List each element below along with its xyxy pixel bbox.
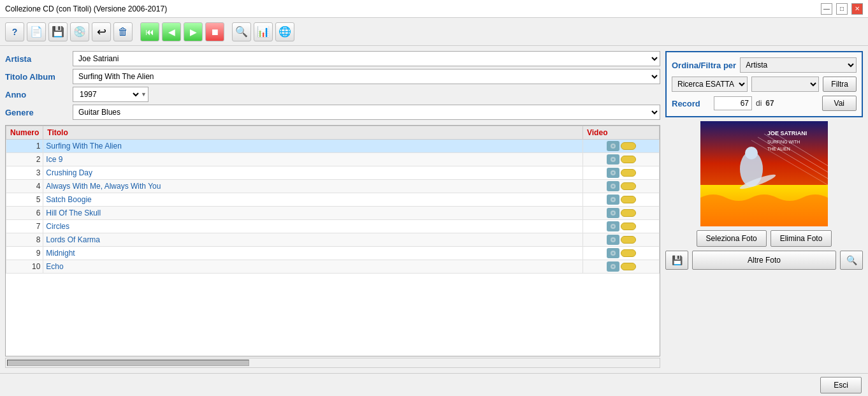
seleziona-foto-button[interactable]: Seleziona Foto — [697, 230, 767, 247]
anno-dropdown-icon: ▼ — [141, 91, 147, 98]
cd-icon[interactable] — [607, 248, 619, 258]
scrollbar-thumb[interactable] — [7, 360, 249, 366]
cd-icon[interactable] — [607, 141, 619, 151]
anno-select[interactable]: 1997 — [77, 89, 141, 99]
new-button[interactable]: 📄 — [27, 22, 46, 41]
track-title: Surfing With The Alien — [43, 140, 583, 153]
track-video — [583, 247, 660, 260]
pill-icon[interactable] — [621, 223, 636, 230]
form-area: Artista Joe Satriani Titolo Album Surfin… — [5, 51, 660, 120]
svg-point-14 — [612, 199, 614, 201]
cd-icon[interactable] — [607, 194, 619, 205]
web-button[interactable]: 🌐 — [275, 22, 294, 41]
anno-label: Anno — [5, 90, 69, 99]
filtra-button[interactable]: Filtra — [823, 77, 857, 92]
table-row[interactable]: 8Lords Of Karma — [6, 233, 660, 247]
video-icons — [586, 208, 656, 218]
titolo-select[interactable]: Surfing With The Alien — [73, 69, 660, 84]
pill-icon[interactable] — [621, 249, 636, 257]
ordina-select[interactable]: Artista — [740, 57, 857, 73]
nav-last-button[interactable]: ⏹ — [205, 22, 224, 41]
svg-point-23 — [612, 239, 614, 241]
close-button[interactable]: ✕ — [851, 3, 863, 15]
table-row[interactable]: 2Ice 9 — [6, 153, 660, 166]
pill-icon[interactable] — [621, 142, 636, 150]
search-button[interactable]: 🔍 — [232, 22, 251, 41]
table-row[interactable]: 6Hill Of The Skull — [6, 207, 660, 220]
vai-button[interactable]: Vai — [822, 96, 857, 111]
track-number: 7 — [6, 220, 43, 233]
cd-icon[interactable] — [607, 235, 619, 245]
nav-prev-button[interactable]: ◀ — [162, 22, 181, 41]
track-title: Satch Boogie — [43, 193, 583, 207]
cd-icon[interactable] — [607, 261, 619, 272]
save-button[interactable]: 💾 — [48, 22, 68, 41]
genere-select[interactable]: Guitar Blues — [73, 105, 660, 120]
horizontal-scrollbar[interactable] — [5, 358, 660, 368]
video-icons — [586, 221, 656, 231]
pill-icon[interactable] — [621, 156, 636, 163]
bottom-bar: Esci — [0, 373, 868, 396]
disk-icon-button[interactable]: 💾 — [665, 251, 688, 270]
help-button[interactable]: ? — [5, 22, 24, 41]
svg-text:SURFING WITH: SURFING WITH — [767, 140, 800, 144]
pill-icon[interactable] — [621, 196, 636, 203]
track-title: Circles — [43, 220, 583, 233]
track-video — [583, 166, 660, 180]
table-row[interactable]: 1Surfing With The Alien — [6, 140, 660, 153]
track-number: 9 — [6, 247, 43, 260]
record-input[interactable] — [714, 96, 752, 110]
artista-select[interactable]: Joe Satriani — [73, 51, 660, 66]
track-title: Crushing Day — [43, 166, 583, 180]
table-row[interactable]: 9Midnight — [6, 247, 660, 260]
minimize-button[interactable]: — — [821, 3, 832, 15]
record-row: Record di 67 Vai — [672, 96, 857, 111]
esci-button[interactable]: Esci — [820, 377, 862, 393]
table-row[interactable]: 7Circles — [6, 220, 660, 233]
altre-foto-button[interactable]: Altre Foto — [692, 251, 836, 270]
disk-icon: 💾 — [672, 255, 683, 265]
maximize-button[interactable]: □ — [836, 3, 848, 15]
export-button[interactable]: 📊 — [254, 22, 273, 41]
filter-box: Ordina/Filtra per Artista Ricerca ESATTA… — [665, 51, 863, 117]
search-photo-icon: 🔍 — [846, 255, 857, 265]
titlebar: Collezione CD (con Titoli) (Versione 200… — [0, 0, 868, 18]
cd-icon[interactable] — [607, 154, 619, 165]
table-row[interactable]: 5Satch Boogie — [6, 193, 660, 207]
cd-icon[interactable] — [607, 221, 619, 231]
undo-icon: ↩ — [97, 25, 106, 39]
elimina-foto-button[interactable]: Elimina Foto — [770, 230, 832, 247]
di-label: di — [756, 99, 762, 108]
pill-icon[interactable] — [621, 209, 636, 217]
table-header-row: Numero Titolo Video — [6, 126, 660, 140]
undo-button[interactable]: ↩ — [92, 22, 111, 41]
search-photo-button[interactable]: 🔍 — [840, 251, 863, 270]
pill-icon[interactable] — [621, 182, 636, 190]
track-video — [583, 220, 660, 233]
nav-first-button[interactable]: ⏮ — [140, 22, 159, 41]
table-row[interactable]: 10Echo — [6, 260, 660, 274]
nav-next-button[interactable]: ▶ — [184, 22, 203, 41]
video-icons — [586, 248, 656, 258]
table-row[interactable]: 4Always With Me, Always With You — [6, 180, 660, 193]
genere-label: Genere — [5, 108, 69, 117]
track-number: 10 — [6, 260, 43, 274]
ricerca-select[interactable]: Ricerca ESATTA — [672, 77, 748, 92]
cd-icon[interactable] — [607, 208, 619, 218]
filter-value-select[interactable] — [751, 77, 819, 92]
track-number: 3 — [6, 166, 43, 180]
cd-icon[interactable] — [607, 181, 619, 191]
col-video: Video — [583, 126, 660, 140]
pill-icon[interactable] — [621, 169, 636, 177]
track-table-wrapper[interactable]: Numero Titolo Video 1Surfing With The Al… — [5, 125, 660, 356]
track-title: Always With Me, Always With You — [43, 180, 583, 193]
pill-icon[interactable] — [621, 263, 636, 270]
toolbar: ? 📄 💾 💿 ↩ 🗑 ⏮ ◀ ▶ ⏹ 🔍 📊 🌐 — [0, 18, 868, 46]
delete-button[interactable]: 🗑 — [113, 22, 133, 41]
cd-icon[interactable] — [607, 168, 619, 178]
save-disk-button[interactable]: 💿 — [70, 22, 89, 41]
svg-point-8 — [612, 172, 614, 174]
pill-icon[interactable] — [621, 236, 636, 244]
table-row[interactable]: 3Crushing Day — [6, 166, 660, 180]
svg-text:JOE SATRIANI: JOE SATRIANI — [767, 130, 807, 136]
